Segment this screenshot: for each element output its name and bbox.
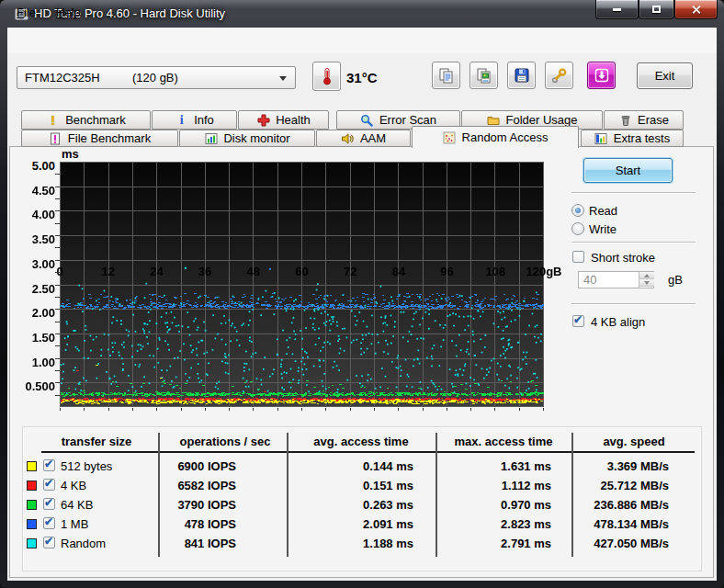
start-label: Start bbox=[616, 164, 640, 177]
temperature-button[interactable] bbox=[312, 62, 341, 91]
y-axis-tick bbox=[55, 309, 60, 310]
start-button[interactable]: Start bbox=[583, 158, 673, 183]
copy-text-button[interactable] bbox=[432, 62, 460, 89]
spin-down-button[interactable] bbox=[639, 279, 654, 287]
menu-file[interactable]: File bbox=[17, 6, 36, 19]
align-checkbox-label[interactable]: 4 KB align bbox=[591, 315, 645, 329]
x-axis-tick bbox=[494, 408, 495, 411]
close-button[interactable] bbox=[674, 0, 718, 19]
tab-file-benchmark[interactable]: File Benchmark bbox=[21, 130, 178, 147]
transfer-size-label: 64 KB bbox=[61, 495, 93, 514]
short-stroke-label[interactable]: Short stroke bbox=[591, 251, 655, 265]
y-axis-tick bbox=[55, 247, 60, 248]
access-time-scatter-chart bbox=[60, 162, 544, 407]
x-axis-tick bbox=[398, 408, 399, 411]
tab-label: AAM bbox=[360, 131, 386, 145]
x-axis-tick bbox=[229, 408, 230, 411]
y-axis-tick bbox=[55, 210, 60, 211]
read-radio[interactable] bbox=[571, 204, 584, 217]
avg-access-value: 0.263 ms bbox=[294, 495, 413, 514]
tab-info[interactable]: i Info bbox=[152, 110, 237, 130]
read-radio-label[interactable]: Read bbox=[589, 204, 617, 218]
y-axis-label: 2.50 bbox=[7, 283, 55, 296]
series-color-swatch bbox=[27, 481, 37, 491]
minimize-button[interactable] bbox=[595, 0, 639, 19]
series-color-swatch bbox=[27, 538, 37, 548]
avg-speed-value: 25.712 MB/s bbox=[542, 476, 669, 495]
series-checkbox[interactable] bbox=[43, 498, 55, 510]
maximize-icon bbox=[652, 6, 661, 13]
tab-disk-monitor[interactable]: Disk monitor bbox=[179, 130, 315, 147]
series-checkbox[interactable] bbox=[43, 537, 55, 548]
drive-select[interactable]: FTM12C325H (120 gB) bbox=[17, 66, 296, 89]
tab-random-access[interactable]: Random Access bbox=[412, 126, 579, 148]
update-button[interactable] bbox=[587, 62, 616, 89]
write-radio-label[interactable]: Write bbox=[589, 222, 617, 236]
thermometer-icon bbox=[319, 67, 335, 85]
short-stroke-size-value: 40 bbox=[583, 273, 596, 287]
short-stroke-checkbox[interactable] bbox=[572, 251, 584, 263]
tab-aam[interactable]: AAM bbox=[316, 130, 411, 147]
separator bbox=[571, 303, 696, 305]
tab-label: Random Access bbox=[462, 130, 549, 144]
tab-label: File Benchmark bbox=[68, 131, 151, 145]
y-axis-label: 4.00 bbox=[7, 209, 55, 221]
folder-icon bbox=[486, 114, 500, 127]
avg-access-value: 0.144 ms bbox=[294, 457, 413, 476]
app-window: HD Tune Pro 4.60 - Hard Disk Utility Fil… bbox=[0, 0, 724, 588]
menu-bar bbox=[7, 28, 717, 53]
magnifier-icon bbox=[360, 114, 374, 127]
avg-speed-value: 236.886 MB/s bbox=[542, 495, 669, 514]
avg-access-value: 0.151 ms bbox=[294, 476, 413, 495]
series-checkbox[interactable] bbox=[43, 459, 55, 471]
tab-benchmark[interactable]: ! Benchmark bbox=[21, 110, 151, 130]
maximize-button[interactable] bbox=[639, 0, 674, 19]
x-axis-tick bbox=[253, 408, 254, 411]
copy-image-button[interactable] bbox=[469, 62, 498, 89]
avg-access-value: 2.091 ms bbox=[294, 514, 413, 534]
menu-help[interactable]: Help bbox=[56, 6, 81, 19]
series-checkbox[interactable] bbox=[43, 479, 55, 491]
y-axis-tick bbox=[55, 370, 60, 371]
transfer-size-label: 4 KB bbox=[61, 476, 86, 495]
y-axis-tick bbox=[55, 174, 60, 175]
series-checkbox[interactable] bbox=[43, 517, 55, 529]
x-axis-tick bbox=[132, 408, 133, 411]
short-stroke-size-input[interactable]: 40 bbox=[578, 271, 654, 288]
tab-label: Folder Usage bbox=[505, 113, 577, 127]
wrench-icon bbox=[550, 67, 568, 85]
spin-up-button[interactable] bbox=[639, 272, 654, 279]
y-axis-tick bbox=[55, 198, 60, 199]
options-button[interactable] bbox=[545, 62, 573, 89]
y-axis-tick bbox=[55, 285, 60, 286]
exit-button[interactable]: Exit bbox=[637, 62, 693, 89]
header-rule bbox=[41, 451, 695, 453]
tab-extra-tests[interactable]: Extra tests bbox=[581, 130, 684, 147]
max-access-value: 1.631 ms bbox=[432, 457, 551, 476]
transfer-size-label: 1 MB bbox=[61, 514, 88, 534]
trash-icon bbox=[618, 114, 632, 127]
x-axis-tick bbox=[277, 408, 278, 411]
arrow-up-icon bbox=[644, 274, 650, 277]
y-axis-unit: ms bbox=[62, 147, 79, 161]
x-axis-label: 48 bbox=[226, 265, 281, 278]
temperature-value: 31°C bbox=[346, 70, 378, 85]
tab-erase[interactable]: Erase bbox=[604, 110, 684, 130]
save-button[interactable] bbox=[507, 62, 536, 89]
x-axis-label: 0 bbox=[32, 265, 87, 278]
align-checkbox[interactable] bbox=[572, 315, 584, 327]
x-axis-tick bbox=[543, 408, 544, 411]
table-row: 4 KB 6582 IOPS 0.151 ms 1.112 ms 25.712 … bbox=[22, 476, 702, 495]
x-axis-label: 36 bbox=[177, 265, 232, 278]
write-radio[interactable] bbox=[571, 222, 584, 235]
benchmark-icon: ! bbox=[46, 114, 60, 127]
save-icon bbox=[514, 67, 530, 84]
transfer-size-label: 512 bytes bbox=[61, 457, 112, 476]
max-access-value: 0.970 ms bbox=[432, 495, 551, 514]
separator bbox=[571, 192, 696, 194]
y-axis-tick bbox=[55, 395, 60, 396]
tab-health[interactable]: Health bbox=[238, 110, 329, 130]
arrow-down-icon bbox=[644, 281, 650, 285]
ops-value: 6582 IOPS bbox=[138, 476, 236, 495]
table-row: Random 841 IOPS 1.188 ms 2.791 ms 427.05… bbox=[22, 534, 702, 553]
